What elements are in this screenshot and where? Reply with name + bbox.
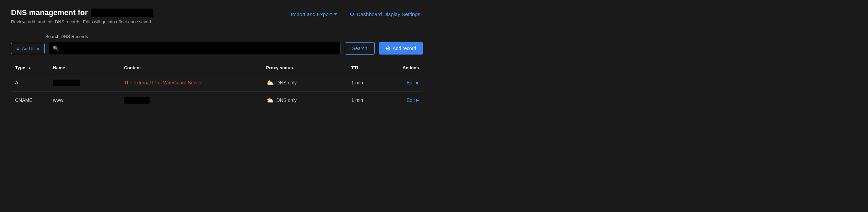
plus-icon: ⊕ [386, 45, 391, 51]
sort-asc-icon [28, 67, 31, 69]
row-name: www [49, 92, 120, 109]
table-row: A A domain The external IP of WireGuard … [11, 74, 423, 92]
page-title: DNS management for ████████████ [11, 8, 153, 17]
col-header-ttl[interactable]: TTL [347, 62, 385, 74]
search-label: Search DNS Records [45, 34, 423, 39]
row-type: CNAME [11, 92, 49, 109]
proxy-status-label: DNS only [277, 97, 297, 103]
search-input[interactable] [49, 42, 341, 55]
add-record-button[interactable]: ⊕ Add record [379, 42, 423, 55]
search-button[interactable]: Search [345, 42, 374, 55]
gear-icon: ⚙ [350, 11, 354, 17]
title-prefix: DNS management for [11, 8, 88, 17]
chevron-right-icon: ▶ [416, 80, 419, 85]
row-actions: Edit ▶ [385, 92, 423, 109]
search-area: Search DNS Records ⊿ Add filter 🔍 Search… [11, 34, 423, 55]
settings-label: Dashboard Display Settings [357, 11, 420, 17]
add-record-label: Add record [393, 46, 416, 51]
add-filter-label: Add filter [22, 46, 39, 51]
cloud-icon: ⛅ [266, 79, 274, 86]
domain-badge: ████████████ [91, 9, 153, 17]
col-header-actions: Actions [385, 62, 423, 74]
row-type: A [11, 74, 49, 92]
search-input-wrapper: 🔍 [49, 42, 341, 55]
edit-label: Edit [407, 80, 415, 85]
page-header: DNS management for ████████████ Review, … [11, 8, 423, 24]
chevron-right-icon: ▶ [416, 98, 419, 103]
cloud-icon: ⛅ [266, 96, 274, 104]
edit-button[interactable]: Edit ▶ [407, 97, 419, 103]
col-header-type[interactable]: Type [11, 62, 49, 74]
col-header-name[interactable]: Name [49, 62, 120, 74]
col-header-content[interactable]: Content [120, 62, 262, 74]
table-row: CNAME www A domain ⛅ DNS only 1 min Edit [11, 92, 423, 109]
row-actions: Edit ▶ [385, 74, 423, 92]
edit-button[interactable]: Edit ▶ [407, 80, 419, 85]
edit-label: Edit [407, 97, 415, 103]
row-ttl: 1 min [347, 74, 385, 92]
header-right: Import and Export ⚙ Dashboard Display Se… [288, 8, 423, 19]
search-row: ⊿ Add filter 🔍 Search ⊕ Add record [11, 42, 423, 55]
add-filter-button[interactable]: ⊿ Add filter [11, 43, 45, 54]
row-content: A domain [120, 92, 262, 109]
header-left: DNS management for ████████████ Review, … [11, 8, 153, 24]
content-error-text: The external IP of WireGuard Server [124, 80, 202, 85]
redacted-name-badge: A domain [53, 80, 80, 86]
row-ttl: 1 min [347, 92, 385, 109]
row-name: A domain [49, 74, 120, 92]
import-export-button[interactable]: Import and Export [288, 10, 340, 19]
row-content: The external IP of WireGuard Server [120, 74, 262, 92]
redacted-content-badge: A domain [124, 97, 149, 104]
search-icon: 🔍 [53, 46, 59, 51]
col-header-proxy-status[interactable]: Proxy status [262, 62, 347, 74]
import-export-label: Import and Export [291, 11, 332, 17]
proxy-status-label: DNS only [277, 80, 297, 85]
table-header-row: Type Name Content Proxy status TTL Actio… [11, 62, 423, 74]
row-proxy-status: ⛅ DNS only [262, 74, 347, 92]
page-subtitle: Review, add, and edit DNS records. Edits… [11, 19, 153, 24]
row-proxy-status: ⛅ DNS only [262, 92, 347, 109]
chevron-down-icon [334, 13, 337, 15]
dashboard-settings-button[interactable]: ⚙ Dashboard Display Settings [347, 10, 423, 19]
dns-table: Type Name Content Proxy status TTL Actio… [11, 62, 423, 109]
row-name-text: www [53, 97, 63, 103]
filter-icon: ⊿ [16, 46, 20, 51]
